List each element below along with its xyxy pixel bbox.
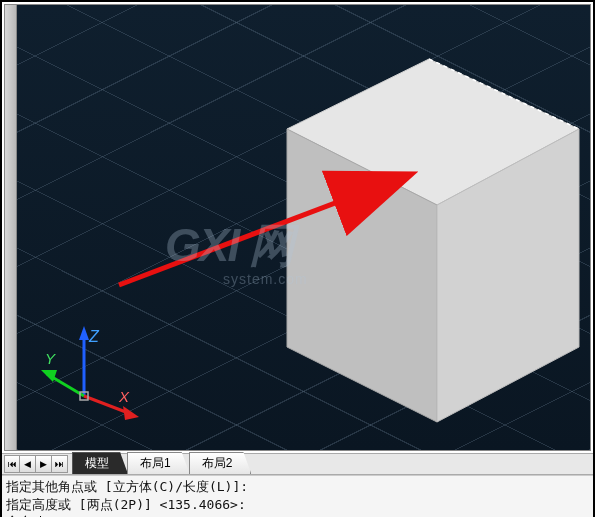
tab-nav-prev[interactable]: ◀ — [20, 455, 36, 473]
tab-nav: ⏮ ◀ ▶ ⏭ — [4, 455, 68, 473]
tab-nav-first[interactable]: ⏮ — [4, 455, 20, 473]
model-viewport[interactable]: GXI 网 system.com Z Y X — [17, 5, 590, 450]
box-solid[interactable] — [279, 47, 585, 427]
svg-marker-11 — [123, 406, 139, 420]
tabs-row: ⏮ ◀ ▶ ⏭ 模型 布局1 布局2 — [2, 453, 593, 475]
tab-nav-next[interactable]: ▶ — [36, 455, 52, 473]
tab-strip: 模型 布局1 布局2 — [72, 454, 250, 474]
command-history-line: 指定其他角点或 [立方体(C)/长度(L)]: — [6, 478, 589, 496]
tab-nav-last[interactable]: ⏭ — [52, 455, 68, 473]
tab-layout1[interactable]: 布局1 — [127, 452, 190, 474]
ucs-z-label: Z — [88, 328, 100, 345]
tab-model[interactable]: 模型 — [72, 452, 128, 474]
viewport-scrollbar-left[interactable] — [5, 5, 17, 450]
ucs-x-label: X — [118, 388, 130, 405]
viewport-container: GXI 网 system.com Z Y X — [4, 4, 591, 451]
ucs-y-label: Y — [45, 350, 56, 367]
svg-marker-7 — [79, 326, 89, 340]
command-history-line: 指定高度或 [两点(2P)] <135.4066>: — [6, 496, 589, 514]
command-window[interactable]: 指定其他角点或 [立方体(C)/长度(L)]: 指定高度或 [两点(2P)] <… — [2, 475, 593, 517]
ucs-icon[interactable]: Z Y X — [39, 318, 149, 428]
command-prompt: 命令: — [6, 513, 589, 517]
tab-layout2[interactable]: 布局2 — [189, 452, 252, 474]
